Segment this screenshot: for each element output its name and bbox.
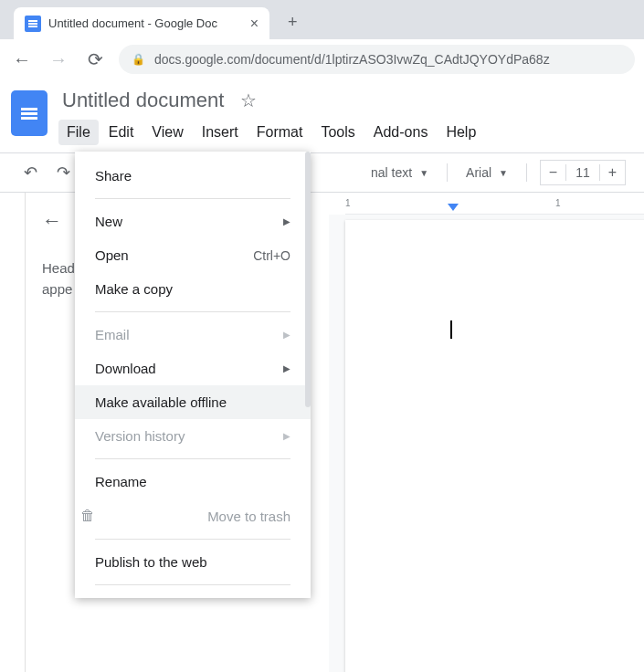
separator bbox=[95, 539, 290, 540]
address-bar[interactable]: 🔒 docs.google.com/document/d/1lptirzASO3… bbox=[119, 45, 635, 74]
menu-format[interactable]: Format bbox=[248, 120, 311, 145]
separator bbox=[95, 458, 290, 459]
forward-button: → bbox=[46, 49, 71, 70]
menu-addons[interactable]: Add-ons bbox=[365, 120, 437, 145]
menu-help[interactable]: Help bbox=[438, 120, 484, 145]
star-icon[interactable]: ☆ bbox=[240, 89, 257, 111]
paragraph-style-select[interactable]: nal text ▼ bbox=[365, 165, 434, 180]
menu-make-available-offline[interactable]: Make available offline bbox=[75, 385, 311, 419]
back-button[interactable]: ← bbox=[9, 49, 35, 70]
tab-title: Untitled document - Google Doc bbox=[48, 16, 217, 30]
font-size-control: − 11 + bbox=[540, 160, 626, 185]
submenu-arrow-icon: ▶ bbox=[283, 330, 290, 340]
new-tab-button[interactable]: + bbox=[288, 13, 298, 32]
menu-version-history: Version history▶ bbox=[75, 419, 311, 453]
separator bbox=[447, 163, 448, 182]
separator bbox=[95, 584, 290, 585]
trash-icon: 🗑 bbox=[79, 508, 97, 524]
menu-edit[interactable]: Edit bbox=[100, 120, 143, 145]
increase-font-button[interactable]: + bbox=[599, 164, 625, 181]
undo-button[interactable]: ↶ bbox=[18, 163, 42, 183]
outline-text: Head bbox=[42, 260, 75, 276]
menu-publish-web[interactable]: Publish to the web bbox=[75, 545, 311, 579]
style-label: nal text bbox=[371, 165, 412, 180]
ruler-mark: 1 bbox=[555, 198, 561, 208]
font-select[interactable]: Arial ▼ bbox=[460, 165, 513, 180]
outline-ruler-v bbox=[0, 193, 26, 672]
submenu-arrow-icon: ▶ bbox=[283, 216, 290, 226]
separator bbox=[526, 163, 527, 182]
menu-view[interactable]: View bbox=[143, 120, 191, 145]
document-title-input[interactable]: Untitled document bbox=[58, 87, 227, 114]
decrease-font-button[interactable]: − bbox=[541, 164, 566, 181]
outline-text: appe bbox=[42, 281, 72, 297]
lock-icon: 🔒 bbox=[132, 53, 145, 66]
chevron-down-icon: ▼ bbox=[499, 168, 508, 178]
menu-download[interactable]: Download▶ bbox=[75, 352, 311, 385]
shortcut-label: Ctrl+O bbox=[253, 248, 290, 263]
ruler-horizontal[interactable]: 1 1 bbox=[345, 193, 644, 215]
close-tab-icon[interactable]: × bbox=[250, 16, 259, 32]
menu-file[interactable]: File bbox=[58, 120, 99, 145]
menu-insert[interactable]: Insert bbox=[194, 120, 247, 145]
submenu-arrow-icon: ▶ bbox=[283, 431, 290, 441]
separator bbox=[95, 311, 290, 312]
reload-button[interactable]: ⟳ bbox=[82, 48, 108, 70]
menu-move-trash: 🗑Move to trash bbox=[75, 499, 311, 533]
menu-email: Email▶ bbox=[75, 318, 311, 352]
menu-bar: File Edit View Insert Format Tools Add-o… bbox=[58, 120, 633, 145]
file-menu-dropdown: Share New▶ OpenCtrl+O Make a copy Email▶… bbox=[75, 152, 311, 598]
docs-favicon bbox=[25, 16, 41, 32]
font-size-value[interactable]: 11 bbox=[566, 165, 599, 180]
menu-share[interactable]: Share bbox=[75, 159, 311, 193]
font-label: Arial bbox=[466, 165, 491, 180]
menu-make-copy[interactable]: Make a copy bbox=[75, 272, 311, 306]
menu-open[interactable]: OpenCtrl+O bbox=[75, 238, 311, 272]
url-text: docs.google.com/document/d/1lptirzASO3Iv… bbox=[154, 52, 550, 67]
submenu-arrow-icon: ▶ bbox=[283, 363, 290, 373]
document-canvas[interactable] bbox=[345, 220, 644, 672]
menu-rename[interactable]: Rename bbox=[75, 465, 311, 499]
indent-marker[interactable] bbox=[448, 204, 459, 211]
menu-new[interactable]: New▶ bbox=[75, 205, 311, 238]
redo-button[interactable]: ↷ bbox=[51, 163, 75, 183]
ruler-mark: 1 bbox=[345, 198, 351, 208]
docs-logo[interactable] bbox=[11, 90, 48, 136]
chevron-down-icon: ▼ bbox=[419, 168, 428, 178]
browser-tab[interactable]: Untitled document - Google Doc × bbox=[14, 7, 269, 39]
separator bbox=[95, 198, 290, 199]
text-cursor bbox=[450, 320, 452, 339]
menu-tools[interactable]: Tools bbox=[312, 120, 363, 145]
